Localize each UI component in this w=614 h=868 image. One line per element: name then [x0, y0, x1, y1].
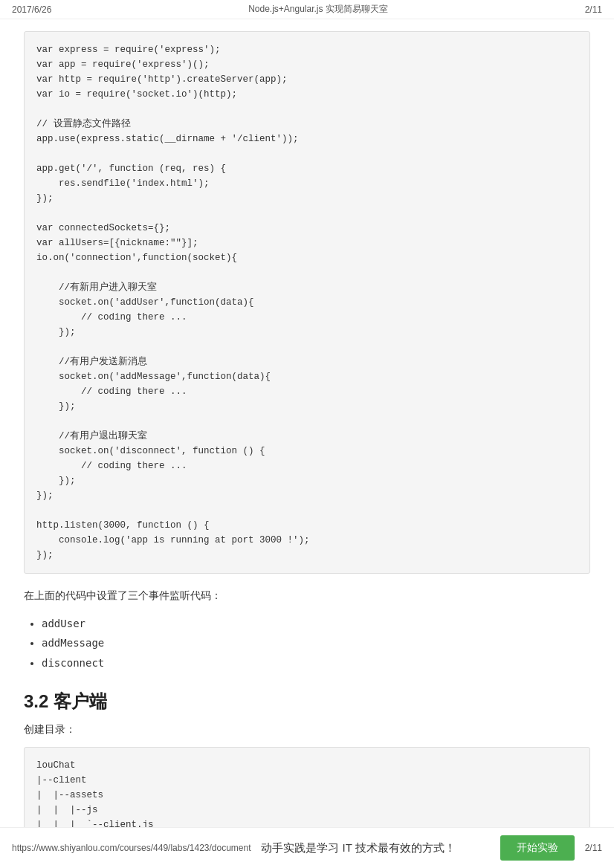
top-bar: 2017/6/26 Node.js+Angular.js 实现简易聊天室 2/1… [0, 0, 614, 19]
bottom-url: https://www.shiyanlou.com/courses/449/la… [12, 843, 251, 853]
start-experiment-button[interactable]: 开始实验 [500, 835, 575, 861]
top-bar-title: Node.js+Angular.js 实现简易聊天室 [248, 3, 388, 16]
bullet-item-3: disconnect [42, 653, 590, 673]
bottom-cta: 动手实践是学习 IT 技术最有效的方式！ 开始实验 [251, 835, 585, 861]
main-content: var express = require('express'); var ap… [0, 19, 614, 868]
cta-text: 动手实践是学习 IT 技术最有效的方式！ [261, 841, 455, 855]
bullet-item-2: addMessage [42, 633, 590, 653]
top-bar-date: 2017/6/26 [12, 4, 51, 15]
bottom-bar: https://www.shiyanlou.com/courses/449/la… [0, 827, 614, 868]
code-block-server: var express = require('express'); var ap… [24, 31, 590, 574]
section-text-1: 在上面的代码中设置了三个事件监听代码： [24, 587, 590, 605]
bullet-item-1: addUser [42, 614, 590, 634]
section-32-subtext: 创建目录： [24, 721, 590, 739]
bottom-pagination: 2/11 [585, 843, 602, 853]
section-32-heading: 3.2 客户端 [24, 690, 590, 713]
top-bar-pagination: 2/11 [585, 4, 602, 15]
bullet-list: addUser addMessage disconnect [42, 614, 590, 673]
